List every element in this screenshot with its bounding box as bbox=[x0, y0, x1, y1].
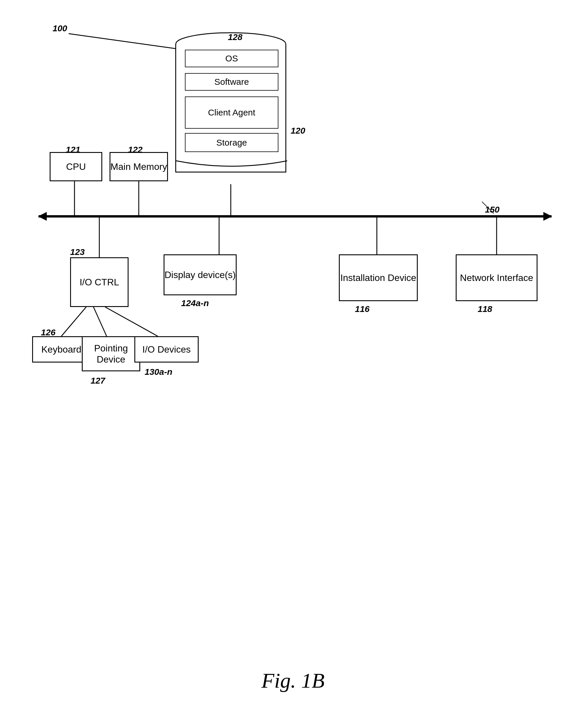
network-interface-box: Network Interface bbox=[456, 254, 537, 301]
ref-127: 127 bbox=[90, 376, 105, 386]
cylinder-bottom-arc bbox=[175, 159, 288, 172]
client-agent-box: Client Agent bbox=[185, 97, 278, 129]
software-box: Software bbox=[185, 73, 278, 91]
svg-line-17 bbox=[94, 307, 107, 336]
ref-130an: 130a-n bbox=[144, 367, 172, 377]
ref-150-arrow bbox=[470, 199, 505, 216]
cpu-box: CPU bbox=[50, 152, 102, 181]
installation-device-box: Installation Device bbox=[339, 254, 418, 301]
cylinder-body: OS Software Client Agent Storage bbox=[175, 44, 286, 173]
ref-116: 116 bbox=[355, 304, 370, 314]
ref-126: 126 bbox=[41, 327, 55, 337]
svg-line-16 bbox=[61, 307, 86, 336]
ref-120: 120 bbox=[291, 126, 305, 136]
os-box: OS bbox=[185, 50, 278, 67]
main-memory-box: Main Memory bbox=[110, 152, 168, 181]
io-devices-box: I/O Devices bbox=[134, 336, 198, 362]
io-ctrl-box: I/O CTRL bbox=[70, 257, 129, 307]
ref-122: 122 bbox=[128, 145, 142, 155]
ref-123: 123 bbox=[70, 247, 85, 257]
display-device-box: Display device(s) bbox=[164, 254, 237, 295]
ref-124an: 124a-n bbox=[181, 298, 209, 308]
svg-line-21 bbox=[482, 202, 494, 214]
figure-caption: Fig. 1B bbox=[262, 669, 324, 693]
storage-cylinder: OS Software Client Agent Storage bbox=[175, 32, 286, 184]
svg-marker-3 bbox=[543, 212, 552, 221]
diagram-container: 100 OS Software Client Agent bbox=[23, 18, 567, 544]
svg-marker-2 bbox=[38, 212, 47, 221]
svg-line-18 bbox=[105, 307, 158, 336]
pointing-device-box: Pointing Device bbox=[82, 336, 140, 371]
storage-inner-box: Storage bbox=[185, 133, 278, 152]
ref-100: 100 bbox=[53, 23, 67, 33]
ref-118: 118 bbox=[478, 304, 492, 314]
ref-128: 128 bbox=[228, 32, 242, 42]
ref-121: 121 bbox=[66, 145, 80, 155]
